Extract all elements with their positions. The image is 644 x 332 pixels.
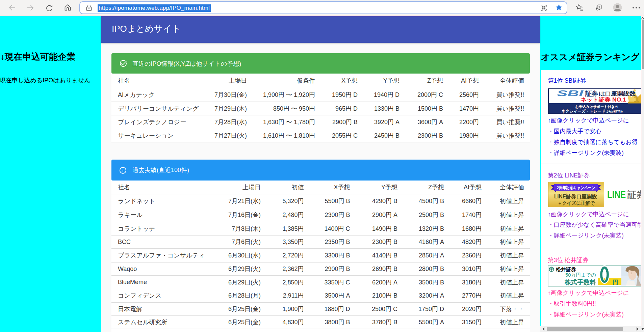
svg-text:証券: 証券: [627, 190, 641, 200]
svg-text:LINE: LINE: [607, 189, 626, 200]
svg-text:50万円までの: 50万円までの: [565, 272, 596, 278]
svg-text:円: 円: [613, 279, 618, 285]
svg-text:株式手数料: 株式手数料: [564, 279, 596, 286]
svg-text:お申込みはサポート付きの: お申込みはサポート付きの: [575, 104, 618, 109]
svg-text:証券: 証券: [585, 90, 598, 97]
svg-text:＋クイズに正解で: ＋クイズに正解で: [558, 200, 595, 206]
svg-text:ネクシィーズ・トレード: ネクシィーズ・トレード: [561, 109, 606, 114]
svg-text:LINE証券口座開設: LINE証券口座開設: [554, 193, 597, 199]
svg-text:2周年記念キャンペーン: 2周年記念キャンペーン: [557, 185, 595, 190]
svg-text:からがおすすめ: からがおすすめ: [606, 109, 623, 113]
svg-text:SBI: SBI: [557, 89, 584, 98]
svg-text:ネット証券 NO.1: ネット証券 NO.1: [581, 96, 626, 103]
svg-text:は口座開設数: は口座開設数: [599, 90, 636, 96]
svg-text:松井証券: 松井証券: [556, 267, 576, 272]
